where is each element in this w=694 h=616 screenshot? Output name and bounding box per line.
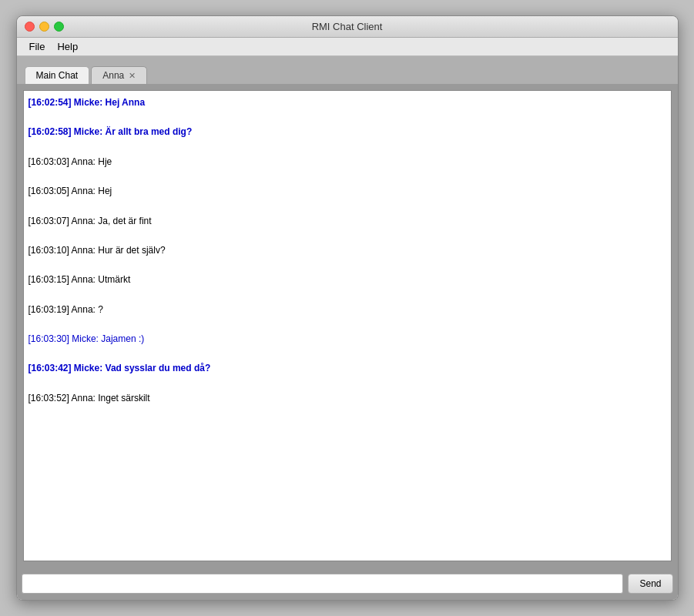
tab-anna[interactable]: Anna ✕: [91, 66, 147, 84]
chat-message: [16:03:10] Anna: Hur är det själv?: [28, 243, 666, 258]
chat-window: [16:02:54] Micke: Hej Anna[16:02:58] Mic…: [23, 90, 672, 561]
chat-message: [16:03:52] Anna: Inget särskilt: [28, 391, 666, 406]
title-bar: RMI Chat Client: [17, 16, 678, 38]
chat-message: [16:03:19] Anna: ?: [28, 303, 666, 317]
tab-anna-label: Anna: [102, 70, 124, 81]
chat-input[interactable]: [22, 574, 624, 594]
chat-message: [16:02:58] Micke: Är allt bra med dig?: [28, 125, 666, 139]
content-area: [16:02:54] Micke: Hej Anna[16:02:58] Mic…: [17, 84, 678, 567]
chat-message: [16:03:15] Anna: Utmärkt: [28, 273, 666, 287]
chat-message: [16:03:30] Micke: Jajamen :): [28, 332, 666, 346]
menu-help[interactable]: Help: [51, 39, 84, 54]
minimize-button[interactable]: [39, 22, 49, 32]
tabs-bar: Main Chat Anna ✕: [17, 56, 678, 84]
send-button[interactable]: Send: [628, 574, 672, 594]
chat-message: [16:03:07] Anna: Ja, det är fint: [28, 214, 666, 229]
tab-anna-close-icon[interactable]: ✕: [129, 71, 136, 81]
chat-message: [16:02:54] Micke: Hej Anna: [28, 95, 666, 110]
window-title: RMI Chat Client: [312, 21, 383, 32]
tab-main-chat-label: Main Chat: [36, 70, 79, 81]
tab-main-chat[interactable]: Main Chat: [25, 66, 90, 84]
input-area: Send: [17, 567, 678, 600]
chat-message: [16:03:42] Micke: Vad sysslar du med då?: [28, 361, 666, 376]
close-button[interactable]: [25, 22, 35, 32]
menu-bar: File Help: [17, 38, 678, 56]
chat-message: [16:03:05] Anna: Hej: [28, 184, 666, 199]
window-controls: [25, 22, 64, 32]
maximize-button[interactable]: [54, 22, 64, 32]
chat-message: [16:03:03] Anna: Hje: [28, 155, 666, 169]
menu-file[interactable]: File: [23, 39, 52, 54]
app-window: RMI Chat Client File Help Main Chat Anna…: [16, 15, 679, 601]
